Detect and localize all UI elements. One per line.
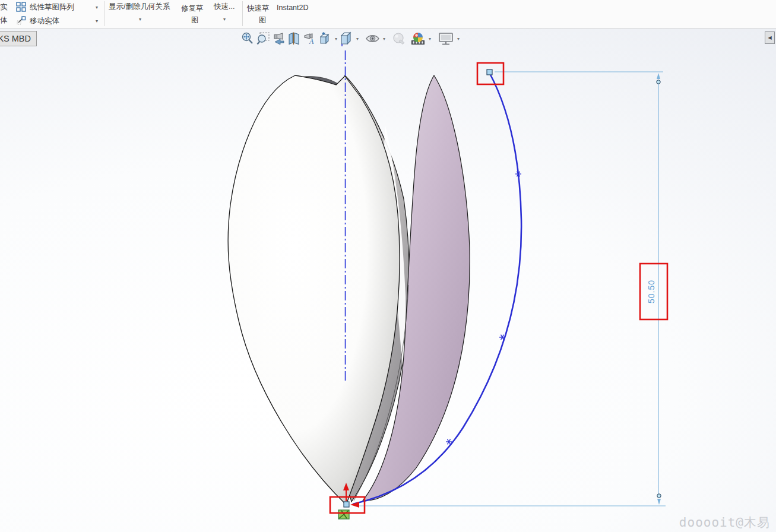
toolbar-partial-item-1[interactable]: 实 bbox=[0, 2, 8, 12]
watermark-text: dooooit@木易 bbox=[679, 514, 770, 531]
dimension-arrow-top bbox=[657, 73, 660, 79]
command-toolbar: 实 体 线性草图阵列 ▾ 移动实体 ▾ ⋯ 显示/删除几何关系 ▾ 修复草 图 … bbox=[0, 0, 776, 28]
instant2d-button[interactable]: Instant2D bbox=[277, 4, 309, 12]
zoom-to-area-icon[interactable] bbox=[256, 31, 270, 46]
heads-up-view-toolbar: A ▾ ▾ bbox=[241, 31, 461, 46]
toolbar-separator bbox=[242, 1, 243, 26]
view-settings-icon[interactable] bbox=[438, 31, 454, 46]
graphics-viewport[interactable]: 50.50 bbox=[0, 28, 776, 532]
hide-show-items-icon[interactable] bbox=[365, 31, 380, 46]
collapse-pane-button[interactable]: ◀ bbox=[765, 31, 775, 44]
hide-show-items-dropdown[interactable]: ▾ bbox=[383, 36, 385, 42]
previous-view-icon[interactable] bbox=[272, 31, 286, 46]
toolbar-overflow-dots[interactable]: ⋯ bbox=[46, 21, 53, 28]
view-orientation-icon[interactable] bbox=[318, 31, 332, 46]
linear-sketch-pattern-dropdown[interactable]: ▾ bbox=[96, 5, 98, 10]
display-style-dropdown[interactable]: ▾ bbox=[356, 36, 359, 42]
dimension-handle-top[interactable] bbox=[657, 80, 660, 84]
section-view-icon[interactable] bbox=[287, 31, 301, 46]
annotation-view-icon[interactable]: A bbox=[303, 31, 316, 46]
origin-symbol[interactable] bbox=[338, 510, 349, 519]
linear-sketch-pattern-icon bbox=[16, 2, 26, 12]
repair-sketch-button-line2[interactable]: 图 bbox=[191, 15, 199, 26]
move-entities-button[interactable]: 移动实体 bbox=[30, 16, 59, 26]
spline-endpoint-bottom[interactable] bbox=[344, 502, 349, 507]
display-delete-relations-button[interactable]: 显示/删除几何关系 bbox=[109, 2, 170, 12]
model-scene: 50.50 bbox=[0, 28, 776, 532]
move-entities-icon bbox=[16, 15, 26, 26]
view-settings-dropdown[interactable]: ▾ bbox=[457, 36, 460, 42]
zoom-to-fit-icon[interactable] bbox=[241, 31, 255, 46]
toolbar-separator bbox=[104, 1, 105, 26]
toolbar-partial-item-2[interactable]: 体 bbox=[0, 15, 8, 26]
rapid-sketch-button[interactable]: 快速草 bbox=[247, 4, 270, 14]
move-entities-dropdown[interactable]: ▾ bbox=[96, 18, 98, 24]
rapid-sketch-button-line2[interactable]: 图 bbox=[259, 15, 267, 26]
dimension-handle-bottom[interactable] bbox=[657, 494, 661, 498]
dimension-value-text[interactable]: 50.50 bbox=[647, 280, 656, 303]
repair-sketch-button[interactable]: 修复草 bbox=[181, 4, 204, 14]
edit-appearance-icon[interactable] bbox=[392, 31, 406, 46]
spline-endpoint-top[interactable] bbox=[487, 69, 492, 75]
x-axis-arrowhead bbox=[350, 502, 359, 508]
linear-sketch-pattern-button[interactable]: 线性草图阵列 bbox=[30, 2, 74, 12]
dimension-arrow-bottom bbox=[657, 499, 661, 505]
quick-snaps-dropdown[interactable]: ▾ bbox=[223, 17, 226, 22]
display-style-icon[interactable] bbox=[339, 31, 353, 46]
quick-snaps-button[interactable]: 快速... bbox=[214, 2, 235, 12]
apply-scene-icon[interactable] bbox=[410, 31, 426, 46]
view-orientation-dropdown[interactable]: ▾ bbox=[335, 36, 337, 42]
tab-solidworks-mbd[interactable]: KS MBD bbox=[0, 31, 37, 46]
display-delete-relations-dropdown[interactable]: ▾ bbox=[139, 17, 141, 22]
apply-scene-dropdown[interactable]: ▾ bbox=[429, 36, 431, 42]
solidworks-window: 实 体 线性草图阵列 ▾ 移动实体 ▾ ⋯ 显示/删除几何关系 ▾ 修复草 图 … bbox=[0, 0, 776, 532]
svg-text:A: A bbox=[309, 37, 314, 46]
